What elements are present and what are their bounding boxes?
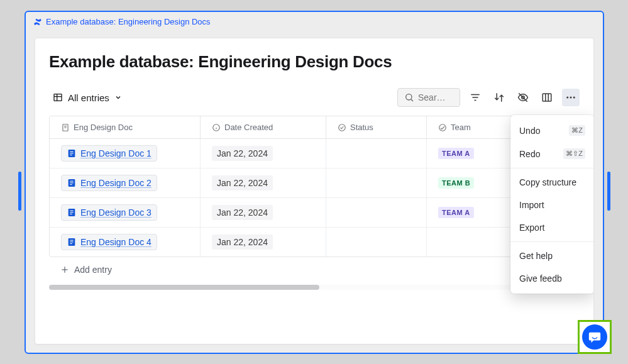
cell-date: Jan 22, 2024 <box>201 139 326 168</box>
menu-import[interactable]: Import <box>510 194 594 216</box>
add-entry-button[interactable]: Add entry <box>49 257 580 282</box>
svg-rect-26 <box>70 153 73 153</box>
info-icon <box>212 123 221 132</box>
svg-point-13 <box>566 97 568 99</box>
column-doc[interactable]: Eng Design Doc <box>50 116 201 138</box>
doc-link-text: Eng Design Doc 3 <box>80 207 151 218</box>
menu-copy-label: Copy structure <box>519 177 576 187</box>
doc-link[interactable]: Eng Design Doc 4 <box>61 234 157 250</box>
chevron-down-icon <box>114 94 122 101</box>
column-date[interactable]: Date Created <box>201 116 326 138</box>
menu-copy-structure[interactable]: Copy structure <box>510 171 594 194</box>
layout-button[interactable] <box>538 89 556 106</box>
team-badge: TEAM A <box>438 207 474 218</box>
team-badge: TEAM B <box>438 177 474 189</box>
table: Eng Design Doc Date Created Status Team … <box>49 116 580 257</box>
database-panel: Example database: Engineering Design Doc… <box>35 38 594 345</box>
cell-status[interactable] <box>326 139 427 168</box>
eye-off-icon <box>517 92 529 103</box>
help-widget[interactable] <box>578 320 612 354</box>
svg-rect-37 <box>70 240 73 241</box>
selection-handle-right[interactable] <box>607 172 610 211</box>
doc-link[interactable]: Eng Design Doc 2 <box>61 175 157 191</box>
menu-export-label: Export <box>519 223 544 233</box>
col-team-label: Team <box>451 123 471 132</box>
confluence-icon <box>33 18 42 26</box>
selection-handle-left[interactable] <box>18 172 21 211</box>
filter-button[interactable] <box>466 89 484 106</box>
team-badge: TEAM A <box>438 148 474 159</box>
cell-status[interactable] <box>326 228 427 256</box>
svg-point-14 <box>570 97 572 99</box>
col-date-label: Date Created <box>224 123 273 132</box>
horizontal-scrollbar[interactable] <box>49 285 580 290</box>
menu-import-label: Import <box>519 200 544 210</box>
col-status-label: Status <box>350 123 373 132</box>
help-circle <box>582 324 607 350</box>
date-value: Jan 22, 2024 <box>212 146 273 161</box>
menu-export[interactable]: Export <box>510 216 594 239</box>
search-icon <box>404 92 414 102</box>
view-selector[interactable]: All entries <box>49 90 126 106</box>
svg-rect-25 <box>70 152 73 152</box>
table-icon <box>53 92 63 102</box>
svg-rect-31 <box>70 184 72 185</box>
cell-status[interactable] <box>326 198 427 227</box>
frame-title-text: Example database: Engineering Design Doc… <box>46 17 211 26</box>
doc-link-text: Eng Design Doc 2 <box>80 178 151 188</box>
confluence-frame: Example database: Engineering Design Doc… <box>25 11 604 354</box>
undo-shortcut: ⌘Z <box>569 125 585 136</box>
column-status[interactable]: Status <box>326 116 427 138</box>
svg-rect-39 <box>70 243 72 244</box>
menu-separator <box>510 168 594 168</box>
hide-button[interactable] <box>514 89 532 106</box>
scrollbar-thumb[interactable] <box>49 285 319 290</box>
doc-link-text: Eng Design Doc 1 <box>80 148 151 158</box>
date-value: Jan 22, 2024 <box>212 234 273 250</box>
svg-point-3 <box>406 94 412 100</box>
sort-button[interactable] <box>490 89 508 106</box>
svg-rect-30 <box>70 182 73 183</box>
more-icon <box>565 92 576 103</box>
doc-link[interactable]: Eng Design Doc 3 <box>61 204 157 221</box>
doc-link-text: Eng Design Doc 4 <box>80 237 151 247</box>
more-menu: Undo ⌘Z Redo ⌘⇧Z Copy structure Import E… <box>510 115 594 294</box>
chat-icon <box>588 330 602 344</box>
more-button[interactable] <box>562 89 580 106</box>
cell-status[interactable] <box>326 168 427 197</box>
menu-redo[interactable]: Redo ⌘⇧Z <box>510 142 594 165</box>
table-row: Eng Design Doc 2Jan 22, 2024TEAM B <box>50 168 579 198</box>
menu-separator-2 <box>510 241 594 242</box>
view-label: All entries <box>68 92 109 103</box>
menu-feedback-label: Give feedb <box>519 273 562 284</box>
table-row: Eng Design Doc 3Jan 22, 2024TEAM A <box>50 198 579 228</box>
svg-rect-38 <box>70 241 73 242</box>
menu-get-help[interactable]: Get help <box>510 245 594 267</box>
date-value: Jan 22, 2024 <box>212 205 273 220</box>
svg-rect-10 <box>543 94 551 101</box>
menu-undo[interactable]: Undo ⌘Z <box>510 119 594 142</box>
page-title: Example database: Engineering Design Doc… <box>49 52 580 72</box>
svg-rect-27 <box>70 155 72 155</box>
table-header: Eng Design Doc Date Created Status Team <box>50 116 579 139</box>
sort-icon <box>493 92 505 103</box>
tag-icon <box>438 123 447 132</box>
svg-rect-29 <box>70 181 73 182</box>
svg-rect-33 <box>70 211 73 211</box>
cell-date: Jan 22, 2024 <box>201 228 326 256</box>
col-doc-label: Eng Design Doc <box>74 123 133 132</box>
search-box[interactable] <box>397 88 460 107</box>
table-row: Eng Design Doc 4Jan 22, 2024 <box>50 228 579 256</box>
menu-undo-label: Undo <box>519 126 540 136</box>
doc-link[interactable]: Eng Design Doc 1 <box>61 145 157 162</box>
menu-give-feedback[interactable]: Give feedb <box>510 267 594 290</box>
plus-icon <box>60 265 69 274</box>
cell-date: Jan 22, 2024 <box>201 168 326 197</box>
add-entry-label: Add entry <box>74 265 112 275</box>
svg-rect-34 <box>70 212 73 212</box>
frame-title-bar[interactable]: Example database: Engineering Design Doc… <box>26 12 603 31</box>
cell-doc: Eng Design Doc 2 <box>50 168 201 197</box>
search-input[interactable] <box>418 92 453 102</box>
toolbar-actions <box>397 88 580 107</box>
date-value: Jan 22, 2024 <box>212 175 273 190</box>
